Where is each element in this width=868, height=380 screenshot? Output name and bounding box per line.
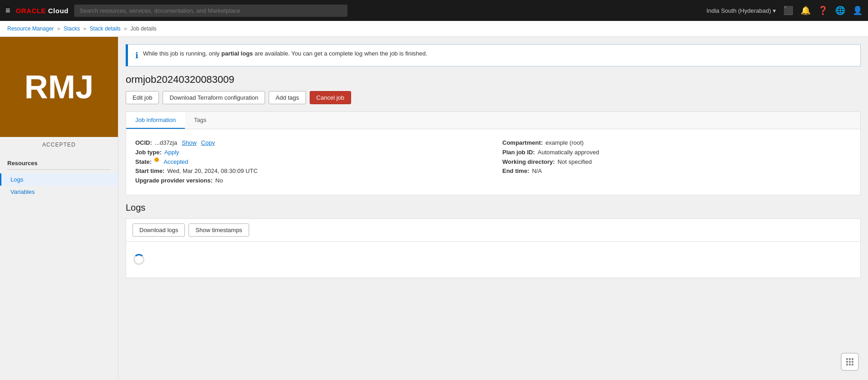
user-avatar-icon[interactable]: 👤 [853,5,863,15]
sidebar-hero: RMJ [0,37,118,137]
state-label: State: [135,157,152,167]
end-time-label: End time: [502,167,529,176]
sidebar-item-variables[interactable]: Variables [0,186,118,198]
info-row-start-time: Start time: Wed, Mar 20, 2024, 08:30:09 … [135,167,484,176]
plan-job-id-label: Plan job ID: [502,148,535,157]
notifications-icon[interactable]: 🔔 [801,5,811,15]
job-info-right: Compartment: example (root) Plan job ID:… [502,138,851,186]
info-row-working-dir: Working directory: Not specified [502,157,851,167]
tab-tags[interactable]: Tags [185,112,215,129]
logs-section: Logs Download logs Show timestamps [118,195,868,278]
sidebar-divider [7,169,111,170]
loading-spinner [133,254,144,265]
info-row-plan-job-id: Plan job ID: Automatically approved [502,148,851,157]
job-info-tabs: Job information Tags OCID: ...d37zja Sho… [126,111,861,195]
logs-title: Logs [126,203,861,213]
job-info-grid: OCID: ...d37zja Show Copy Job type: Appl… [135,138,851,186]
add-tags-button[interactable]: Add tags [269,91,306,104]
breadcrumb-stack-details[interactable]: Stack details [90,25,121,32]
plan-job-id-value: Automatically approved [538,148,599,157]
ocid-show-link[interactable]: Show [182,138,197,148]
tab-content-job-information: OCID: ...d37zja Show Copy Job type: Appl… [126,129,860,195]
logs-area [126,242,861,278]
alert-text: While this job is running, only partial … [143,50,427,57]
breadcrumb-sep-1: » [57,25,60,32]
upgrade-provider-value: No [215,176,223,186]
ocid-label: OCID: [135,138,152,148]
topnav-right: India South (Hyderabad) ▾ ⬛ 🔔 ❓ 🌐 👤 [706,5,863,15]
main-layout: RMJ ACCEPTED Resources Logs Variables ℹ … [0,37,868,380]
state-dot-icon [154,157,159,162]
breadcrumb-stacks[interactable]: Stacks [63,25,80,32]
info-row-compartment: Compartment: example (root) [502,138,851,148]
info-icon: ℹ [135,51,138,61]
hamburger-menu-icon[interactable]: ≡ [5,6,10,15]
state-value: Accepted [163,157,188,167]
compartment-label: Compartment: [502,138,543,148]
tab-job-information[interactable]: Job information [126,112,185,129]
info-row-end-time: End time: N/A [502,167,851,176]
job-type-value: Apply [164,148,179,157]
working-dir-value: Not specified [557,157,592,167]
working-dir-label: Working directory: [502,157,555,167]
action-bar: Edit job Download Terraform configuratio… [118,91,868,111]
cloud-shell-icon[interactable]: ⬛ [783,5,793,15]
start-time-label: Start time: [135,167,164,176]
globe-icon[interactable]: 🌐 [835,5,845,15]
breadcrumb-resource-manager[interactable]: Resource Manager [7,25,54,32]
sidebar-hero-letters: RMJ [24,71,93,103]
content-area: ℹ While this job is running, only partia… [118,37,868,380]
oracle-logo: ORACLE Cloud [16,7,69,15]
sidebar-status-badge: ACCEPTED [0,137,118,152]
show-timestamps-button[interactable]: Show timestamps [189,223,249,237]
cancel-job-button[interactable]: Cancel job [310,91,351,104]
sidebar-item-logs[interactable]: Logs [0,173,118,186]
help-dots-icon [846,358,853,365]
job-info-left: OCID: ...d37zja Show Copy Job type: Appl… [135,138,484,186]
ocid-value: ...d37zja [155,138,177,148]
search-input[interactable] [74,5,347,17]
info-row-state: State: Accepted [135,157,484,167]
sidebar-resources-label: Resources [0,152,118,169]
upgrade-provider-label: Upgrade provider versions: [135,176,213,186]
info-row-ocid: OCID: ...d37zja Show Copy [135,138,484,148]
ocid-copy-link[interactable]: Copy [201,138,215,148]
help-icon[interactable]: ❓ [818,5,828,15]
download-logs-button[interactable]: Download logs [133,223,185,237]
start-time-value: Wed, Mar 20, 2024, 08:30:09 UTC [167,167,257,176]
chevron-down-icon: ▾ [773,7,776,14]
info-row-job-type: Job type: Apply [135,148,484,157]
breadcrumb-job-details: Job details [130,25,156,32]
breadcrumb-sep-3: » [124,25,127,32]
job-type-label: Job type: [135,148,162,157]
info-row-upgrade-provider: Upgrade provider versions: No [135,176,484,186]
breadcrumb-sep-2: » [83,25,87,32]
logs-toolbar: Download logs Show timestamps [126,218,861,242]
end-time-value: N/A [532,167,542,176]
compartment-value: example (root) [546,138,584,148]
alert-banner: ℹ While this job is running, only partia… [126,44,861,66]
job-title: ormjob20240320083009 [118,66,868,91]
region-label: India South (Hyderabad) [706,7,771,14]
sidebar: RMJ ACCEPTED Resources Logs Variables [0,37,118,380]
edit-job-button[interactable]: Edit job [126,91,159,104]
topnav: ≡ ORACLE Cloud India South (Hyderabad) ▾… [0,0,868,21]
help-panel-button[interactable] [841,353,859,371]
region-selector[interactable]: India South (Hyderabad) ▾ [706,7,776,14]
breadcrumb: Resource Manager » Stacks » Stack detail… [0,21,868,37]
tabs-header: Job information Tags [126,112,860,129]
download-terraform-button[interactable]: Download Terraform configuration [163,91,265,104]
